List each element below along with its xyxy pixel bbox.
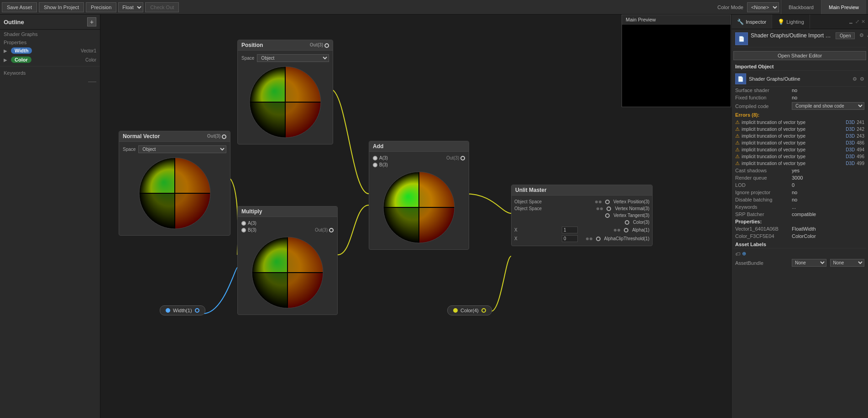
aclip-dot <box>586 237 589 240</box>
error-row: ⚠ implicit truncation of vector type D3D… <box>733 126 866 133</box>
disable-batching-value: no <box>792 197 797 202</box>
errors-container: ⚠ implicit truncation of vector type D3D… <box>733 119 866 167</box>
error-code: D3D <box>846 140 855 145</box>
error-num: 499 <box>857 161 864 166</box>
error-num: 494 <box>857 147 864 152</box>
alpha-row: X 1 Alpha(1) <box>512 226 652 234</box>
tab-lighting[interactable]: 💡 Lighting <box>772 15 810 29</box>
error-num: 241 <box>857 120 864 125</box>
compiled-code-select[interactable]: Compile and show code <box>792 102 864 110</box>
error-row: ⚠ implicit truncation of vector type D3D… <box>733 146 866 153</box>
check-out-button[interactable]: Check Out <box>145 2 179 12</box>
preview-black <box>622 25 731 107</box>
alpha-clip-input[interactable]: 0 <box>562 235 578 242</box>
vn-dot2 <box>600 207 603 210</box>
save-asset-button[interactable]: Save Asset <box>2 2 37 12</box>
error-row: ⚠ implicit truncation of vector type D3D… <box>733 160 866 167</box>
alpha-dots <box>614 229 620 232</box>
show-in-project-button[interactable]: Show In Project <box>39 2 84 12</box>
error-text: implicit truncation of vector type <box>742 147 844 152</box>
add-title: Add <box>373 143 383 150</box>
warn-icon: ⚠ <box>735 154 740 160</box>
error-code: D3D <box>846 120 855 125</box>
imported-obj-icon: 📄 <box>735 73 746 84</box>
keywords-value: ... <box>792 204 796 210</box>
normal-preview-canvas <box>138 157 211 230</box>
alpha-clip-label: AlphaClipThreshold(1) <box>604 236 650 241</box>
position-out-label: Out(3) <box>310 42 329 47</box>
color-expand-icon: ▶ <box>4 57 8 62</box>
precision-button[interactable]: Precision <box>86 2 116 12</box>
obj-settings-icon[interactable]: ⚙ <box>852 76 857 82</box>
position-space-select[interactable]: Object <box>257 54 329 62</box>
srp-batcher-value: compatible <box>792 212 816 217</box>
alpha-input[interactable]: 1 <box>562 227 578 233</box>
right-panel: 🔧 Inspector 💡 Lighting 🗕 ⤢ ✕ 📄 Shader Gr <box>731 15 868 418</box>
precision-select[interactable]: Float <box>118 2 143 12</box>
ignore-projector-row: Ignore projector no <box>733 189 866 196</box>
tab-inspector[interactable]: 🔧 Inspector <box>732 15 772 29</box>
add-a-label: A(3) <box>379 155 388 160</box>
panel-controls: 🗕 ⤢ ✕ <box>848 15 868 29</box>
normal-space-label: Space <box>123 147 136 152</box>
add-b-label: B(3) <box>379 162 388 167</box>
settings-gear-icon[interactable]: ⚙ <box>859 32 864 38</box>
property-color-row[interactable]: ▶ Color Color <box>0 55 100 64</box>
alpha-clip-row: X 0 AlphaClipThreshold(1) <box>512 234 652 243</box>
asset-bundle-label: AssetBundle <box>735 260 790 266</box>
error-code: D3D <box>846 147 855 152</box>
errors-title: Errors (8): <box>733 111 866 119</box>
normal-vector-node: Normal Vector Out(3) Space Object <box>119 131 230 236</box>
width-node[interactable]: Width(1) <box>160 305 205 315</box>
shader-graph-canvas[interactable]: Position Out(3) Space Object Normal Vect… <box>100 15 731 418</box>
vertex-tangent-port <box>605 213 610 218</box>
multiply-b-label: B(3) <box>248 227 256 232</box>
minimize-icon[interactable]: 🗕 <box>848 19 853 25</box>
position-space-label: Space <box>241 56 254 61</box>
render-queue-label: Render queue <box>735 175 790 181</box>
color-mode-select[interactable]: <None> <box>747 2 779 12</box>
color-in-port <box>481 308 486 313</box>
fixed-function-label: Fixed function <box>735 95 790 100</box>
add-header: Add <box>369 141 469 152</box>
ignore-projector-value: no <box>792 190 797 195</box>
surface-shader-label: Surface shader <box>735 88 790 93</box>
asset-bundle-select-1[interactable]: None <box>792 259 826 267</box>
error-num: 496 <box>857 154 864 159</box>
main-layout: Outline + Shader Graphs Properties ▶ Wid… <box>0 15 868 418</box>
maximize-icon[interactable]: ⤢ <box>855 19 859 25</box>
warn-icon: ⚠ <box>735 119 740 125</box>
color-node[interactable]: Color(4) <box>447 305 492 315</box>
tab-main-preview[interactable]: Main Preview <box>821 0 866 14</box>
disable-batching-label: Disable batching <box>735 197 790 202</box>
lighting-tab-label: Lighting <box>786 19 804 25</box>
error-code: D3D <box>846 127 855 132</box>
multiply-node: Multiply A(3) B(3) Out(3) <box>237 206 338 315</box>
vertex-position-row: Object Space Vertex Position(3) <box>512 198 652 205</box>
property-width-row[interactable]: ▶ Width Vector1 <box>0 46 100 55</box>
normal-space-select[interactable]: Object <box>138 145 226 153</box>
error-num: 243 <box>857 134 864 139</box>
add-b-port <box>373 163 377 167</box>
surface-shader-value: no <box>792 88 797 93</box>
close-icon[interactable]: ✕ <box>861 19 865 25</box>
obj-gear-icon[interactable]: ⚙ <box>860 76 864 82</box>
vn-dot1 <box>596 207 599 210</box>
lod-label: LOD <box>735 182 790 188</box>
open-shader-editor-button[interactable]: Open Shader Editor <box>733 51 866 60</box>
width-in-port <box>195 308 199 313</box>
keywords-label: Keywords <box>0 68 100 77</box>
error-text: implicit truncation of vector type <box>742 161 844 166</box>
outline-header: Outline + <box>0 15 100 30</box>
shader-graphs-label: Shader Graphs <box>0 30 100 38</box>
imported-obj-name: Shader Graphs/Outline <box>749 76 850 82</box>
position-title: Position <box>241 42 263 48</box>
add-property-button[interactable]: + <box>87 17 96 26</box>
tab-blackboard[interactable]: Blackboard <box>781 0 821 14</box>
vertex-normal-port <box>607 206 611 211</box>
asset-labels-add-icon[interactable]: ⊕ <box>742 251 746 257</box>
asset-bundle-select-2[interactable]: None <box>830 259 865 267</box>
x-label-2: X <box>514 236 560 241</box>
open-button[interactable]: Open <box>836 32 855 39</box>
position-node: Position Out(3) Space Object <box>237 40 333 144</box>
